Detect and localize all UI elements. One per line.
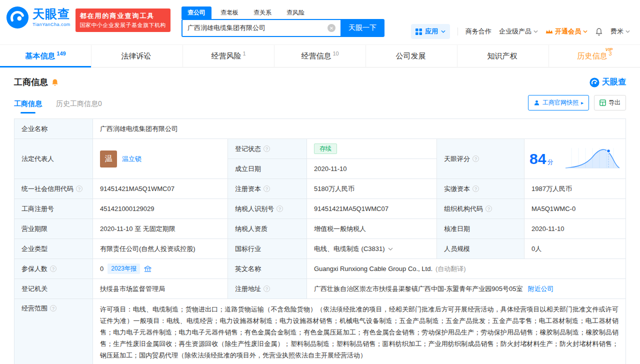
nearby-companies-link[interactable]: 附近公司 xyxy=(528,284,554,294)
tab-company-development[interactable]: 公司发展 xyxy=(366,45,458,67)
subtab-history-business-info[interactable]: 历史工商信息0 xyxy=(56,100,102,114)
tab-intellectual-property[interactable]: 知识产权 xyxy=(458,45,549,67)
help-icon[interactable] xyxy=(264,286,270,292)
help-icon[interactable] xyxy=(472,186,479,192)
subtabs: 工商信息 历史工商信息0 工商官网快照 ▸ xyxy=(14,95,626,114)
section-title: 工商信息 xyxy=(14,76,48,88)
legal-rep-value: 温 温立锁 xyxy=(93,139,228,179)
vip-badge: VIP xyxy=(606,47,613,52)
business-term-value: 2020-11-10 至 无固定期限 xyxy=(93,219,228,239)
logo-title: 天眼查 xyxy=(32,8,70,20)
help-icon[interactable] xyxy=(50,266,56,272)
user-name: 费米 xyxy=(610,27,624,36)
search-box xyxy=(182,19,340,37)
insured-count-value: 0 2023年报 xyxy=(93,259,228,279)
promo-banner: 都在用的商业查询工具 国家中小企业发展子基金旗下机构 xyxy=(76,8,171,32)
tianyancha-watermark: 天眼查 xyxy=(590,77,626,88)
reg-number-label: 工商注册号 xyxy=(14,199,93,219)
subtab-business-info[interactable]: 工商信息 xyxy=(14,100,42,114)
help-icon[interactable] xyxy=(76,186,82,192)
nav-enterprise-products[interactable]: 企业级产品 xyxy=(499,27,538,36)
apps-label: 应用 xyxy=(425,27,438,36)
auto-translate-note: (自动翻译) xyxy=(436,264,466,274)
search-button[interactable]: 天眼一下 xyxy=(340,19,384,37)
chevron-down-icon xyxy=(441,30,446,33)
help-icon[interactable] xyxy=(264,146,270,152)
chevron-down-icon[interactable] xyxy=(388,248,393,250)
search-tab-boss[interactable]: 查老板 xyxy=(214,6,244,19)
legal-rep-link[interactable]: 温立锁 xyxy=(122,154,142,164)
insured-count-label: 参保人数 xyxy=(14,259,93,279)
help-icon[interactable] xyxy=(486,206,492,212)
score-curve-chart xyxy=(564,146,620,172)
arrow-right-icon: ▸ xyxy=(581,100,584,106)
score-number: 84 xyxy=(530,152,546,166)
reg-address-value: 广西壮族自治区崇左市扶绥县渠黎镇广西中国-东盟青年产业园905号05室 附近公司 xyxy=(307,279,626,299)
org-code-value: MA5Q1WMC-0 xyxy=(524,199,626,219)
business-term-label: 营业期限 xyxy=(14,219,93,239)
established-value: 2020-11-10 xyxy=(307,159,437,179)
content: 工商信息 天眼查 工商信息 历史工商信息0 xyxy=(0,76,640,364)
promo-line1: 都在用的商业查询工具 xyxy=(80,12,166,20)
score-label: 天眼评分 xyxy=(437,139,524,179)
score-value[interactable]: 84 分 xyxy=(524,139,626,179)
divider xyxy=(458,28,458,36)
reg-authority-value: 扶绥县市场监督管理局 xyxy=(93,279,228,299)
help-icon[interactable] xyxy=(276,206,283,212)
approval-date-value: 2020-11-10 xyxy=(524,219,626,239)
business-scope-value: 许可项目：电线、电缆制造；货物进出口；道路货物运输（不含危险货物）（依法须经批准… xyxy=(93,299,626,364)
annual-report-badge[interactable]: 2023年报 xyxy=(108,264,140,274)
english-name-value: Guangxi Runxiong Cable Group Co., Ltd. (… xyxy=(307,259,626,279)
header: 天眼查 TianYanCha.com 都在用的商业查询工具 国家中小企业发展子基… xyxy=(0,0,640,45)
bell-icon xyxy=(595,28,603,36)
industry-label: 国标行业 xyxy=(228,239,307,259)
org-code-label: 组织机构代码 xyxy=(437,199,524,219)
business-info-table: 企业名称 广西润雄电缆集团有限公司 法定代表人 温 温立锁 登记状态 存续 成立… xyxy=(14,118,626,364)
search-input[interactable] xyxy=(182,24,328,32)
help-icon[interactable] xyxy=(50,305,56,312)
notification-bell[interactable] xyxy=(595,28,603,36)
search-tab-risk[interactable]: 查风险 xyxy=(280,6,310,19)
paid-capital-label: 实缴资本 xyxy=(437,179,524,199)
tab-basic-info[interactable]: 基本信息149 xyxy=(0,45,92,67)
nav-open-vip[interactable]: 开通会员 xyxy=(546,27,588,36)
taxpayer-quality-label: 纳税人资质 xyxy=(228,219,307,239)
official-snapshot-button[interactable]: 工商官网快照 ▸ xyxy=(528,95,589,110)
reg-status-label: 登记状态 xyxy=(228,139,307,159)
reg-number-value: 451421000129029 xyxy=(93,199,228,219)
tab-legal-proceedings[interactable]: 法律诉讼 xyxy=(92,45,183,67)
apps-menu[interactable]: 应用 xyxy=(411,24,450,39)
help-icon[interactable] xyxy=(472,156,479,162)
credit-code-value: 91451421MA5Q1WMC07 xyxy=(93,179,228,199)
taxpayer-quality-value: 增值税一般纳税人 xyxy=(307,219,437,239)
tab-operating-info[interactable]: 经营信息10 xyxy=(274,45,366,67)
company-name-value: 广西润雄电缆集团有限公司 xyxy=(93,119,626,139)
reg-status-value: 存续 xyxy=(307,139,437,159)
export-button[interactable]: 导出 xyxy=(594,95,626,110)
crown-icon xyxy=(546,29,553,34)
reg-address-label: 注册地址 xyxy=(228,279,307,299)
logo[interactable]: 天眼查 TianYanCha.com xyxy=(6,6,70,29)
user-menu[interactable]: 费米 xyxy=(610,27,630,36)
business-scope-label: 经营范围 xyxy=(14,299,93,364)
tianyancha-logo-icon xyxy=(6,6,29,29)
chevron-down-icon xyxy=(534,30,538,33)
search-tab-relation[interactable]: 查关系 xyxy=(248,6,278,19)
status-badge: 存续 xyxy=(314,144,337,154)
search-clear-icon[interactable] xyxy=(328,24,336,32)
staff-size-label: 人员规模 xyxy=(437,239,524,259)
legal-rep-avatar[interactable]: 温 xyxy=(100,150,117,168)
social-security-org-icon[interactable] xyxy=(144,266,152,272)
english-name-label: 英文名称 xyxy=(228,259,307,279)
tab-history-info[interactable]: 历史信息3 VIP xyxy=(549,45,640,67)
approval-date-label: 核准日期 xyxy=(437,219,524,239)
search-tab-company[interactable]: 查公司 xyxy=(182,6,212,19)
main-tabs: 基本信息149 法律诉讼 经营风险1 经营信息10 公司发展 知识产权 历史信息… xyxy=(0,45,640,68)
apps-grid-icon xyxy=(416,28,422,35)
subscribe-bell-icon[interactable] xyxy=(51,78,59,86)
help-icon[interactable] xyxy=(264,186,270,192)
tab-operating-risk[interactable]: 经营风险1 xyxy=(183,45,274,67)
nav-biz-cooperation[interactable]: 商务合作 xyxy=(466,27,492,36)
established-label: 成立日期 xyxy=(228,159,307,179)
tianyancha-watermark-icon xyxy=(590,78,600,88)
